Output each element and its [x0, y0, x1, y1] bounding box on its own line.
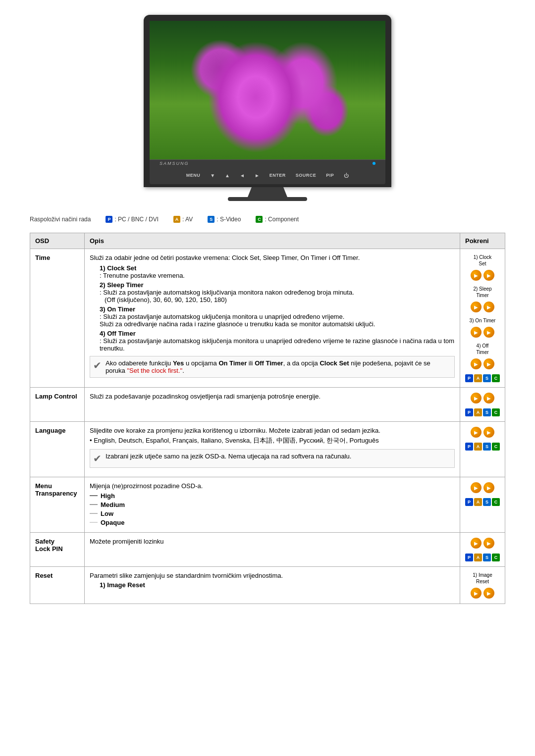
pasc-transp-c: C	[492, 498, 500, 506]
mode-s-label: : S-Video	[216, 216, 241, 223]
pasc-lamp-c: C	[492, 408, 500, 416]
btn-safety-2[interactable]: ▶	[483, 538, 494, 549]
btn-reset-2[interactable]: ▶	[483, 588, 494, 599]
transp-high: — High	[90, 492, 455, 500]
transp-btns: ▶ ▶	[471, 482, 494, 493]
btn-transp-1[interactable]: ▶	[471, 482, 482, 493]
pokreni-safety-cell: ▶ ▶ P A S C	[465, 538, 500, 561]
opis-lamp: Služi za podešavanje pozadinskog osvjetl…	[85, 388, 460, 422]
badge-s: S	[208, 216, 214, 223]
osd-language: Language	[30, 422, 85, 477]
osd-safety: SafetyLock PIN	[30, 533, 85, 567]
btn-power[interactable]: ⏻	[344, 173, 349, 178]
row-reset: Reset Parametri slike zamjenjuju se stan…	[30, 567, 505, 604]
btn-orange-1[interactable]: ▶	[471, 270, 482, 281]
time-section4-title: 4) Off Timer	[100, 330, 455, 337]
transp-medium: — Medium	[90, 501, 455, 508]
btn-orange-7[interactable]: ▶	[471, 358, 482, 369]
pasc-c: C	[492, 374, 500, 382]
lang-note-box: ✔ Izabrani jezik utječe samo na jezik OS…	[90, 449, 455, 468]
pokreni-language: ▶ ▶ P A S C	[460, 422, 505, 477]
flower-overlay	[150, 21, 385, 159]
btn-orange-3[interactable]: ▶	[471, 302, 482, 312]
pokreni-transparency: ▶ ▶ P A S C	[460, 477, 505, 533]
note-icon: ✔	[93, 359, 102, 371]
opis-safety: Možete promijeniti lozinku	[85, 533, 460, 567]
btn-down[interactable]: ▼	[210, 173, 215, 178]
time-section1-title: 1) Clock Set	[100, 264, 455, 272]
time-note-box: ✔ Ako odaberete funkciju Yes u opcijama …	[90, 356, 455, 378]
time-section2-sub: (Off (isključeno), 30, 60, 90, 120, 150,…	[105, 296, 455, 303]
monitor-image-container: SAMSUNG MENU ▼ ▲ ◄ ► ENTER SOURCE PIP ⏻	[30, 15, 505, 201]
btn-reset-1[interactable]: ▶	[471, 588, 482, 599]
time-section3-body2: Služi za određivanje načina rada i razin…	[100, 320, 455, 328]
btn-source[interactable]: SOURCE	[296, 173, 317, 178]
pasc-transp-s: S	[483, 498, 491, 506]
transp-low: — Low	[90, 509, 455, 517]
transp-intro: Mijenja (ne)prozirnost pozadine OSD-a.	[90, 482, 455, 490]
mode-p-label: : PC / BNC / DVI	[114, 216, 159, 223]
dash-low-icon: —	[90, 509, 98, 517]
btn-up[interactable]: ▲	[225, 173, 230, 178]
btn-menu[interactable]: MENU	[186, 173, 201, 178]
lang-note-text: Izabrani jezik utječe samo na jezik OSD-…	[106, 453, 351, 460]
pokreni-time-1-label: 1) ClockSet	[474, 254, 492, 267]
btn-lang-2[interactable]: ▶	[483, 427, 494, 438]
btn-transp-2[interactable]: ▶	[483, 482, 494, 493]
pasc-lamp-p: P	[465, 408, 473, 416]
btn-safety-1[interactable]: ▶	[471, 538, 482, 549]
pasc-a: A	[474, 374, 482, 382]
btn-orange-4[interactable]: ▶	[483, 302, 494, 312]
osd-transparency: MenuTransparency	[30, 477, 85, 533]
pasc-transparency: P A S C	[465, 498, 500, 506]
time-section3-body1: : Služi za postavljanje automatskog uklj…	[100, 313, 455, 320]
pasc-lang-s: S	[483, 443, 491, 451]
btn-pip[interactable]: PIP	[326, 173, 334, 178]
pokreni-time-4-label: 4) OffTimer	[476, 343, 488, 355]
pasc-lamp: P A S C	[465, 408, 500, 416]
pokreni-safety: ▶ ▶ P A S C	[460, 533, 505, 567]
time-note-text: Ako odaberete funkciju Yes u opcijama On…	[106, 359, 451, 374]
row-safety-lock: SafetyLock PIN Možete promijeniti lozink…	[30, 533, 505, 567]
btn-lamp-2[interactable]: ▶	[483, 393, 494, 403]
reset-btns: ▶ ▶	[471, 588, 494, 599]
osd-lamp: Lamp Control	[30, 388, 85, 422]
pasc-safety-p: P	[465, 554, 473, 561]
transp-opaque-label: Opaque	[101, 519, 124, 526]
header-osd: OSD	[30, 233, 85, 249]
pasc-s: S	[483, 374, 491, 382]
btn-enter[interactable]: ENTER	[269, 173, 286, 178]
pokreni-time-1-btns: ▶ ▶	[471, 270, 494, 281]
transp-medium-label: Medium	[101, 501, 125, 508]
btn-orange-6[interactable]: ▶	[483, 327, 494, 338]
badge-p: P	[106, 216, 112, 223]
opis-reset: Parametri slike zamjenjuju se standardni…	[85, 567, 460, 604]
row-time: Time Služi za odabir jedne od četiri pos…	[30, 249, 505, 388]
lang-list: • English, Deutsch, Español, Français, I…	[90, 436, 455, 445]
btn-lang-1[interactable]: ▶	[471, 427, 482, 438]
pasc-lang-a: A	[474, 443, 482, 451]
mode-c: C : Component	[256, 216, 299, 223]
btn-orange-8[interactable]: ▶	[483, 358, 494, 369]
btn-left[interactable]: ◄	[240, 173, 245, 178]
btn-orange-5[interactable]: ▶	[471, 327, 482, 338]
pokreni-time-3-label: 3) On Timer	[470, 317, 496, 324]
btn-lamp-1[interactable]: ▶	[471, 393, 482, 403]
osd-reset: Reset	[30, 567, 85, 604]
btn-orange-2[interactable]: ▶	[483, 270, 494, 281]
lamp-btns: ▶ ▶	[471, 393, 494, 403]
monitor-buttons-bar: MENU ▼ ▲ ◄ ► ENTER SOURCE PIP ⏻	[150, 166, 385, 184]
badge-c: C	[256, 216, 263, 223]
time-section1-body: : Trenutne postavke vremena.	[100, 272, 455, 279]
pasc-lamp-a: A	[474, 408, 482, 416]
pasc-language: P A S C	[465, 443, 500, 451]
mode-p: P : PC / BNC / DVI	[106, 216, 159, 223]
dash-medium-icon: —	[90, 501, 98, 508]
pokreni-time-cell: 1) ClockSet ▶ ▶ 2) SleepTimer ▶ ▶ 3) On …	[465, 254, 500, 382]
pasc-safety-s: S	[483, 554, 491, 561]
lang-btns: ▶ ▶	[471, 427, 494, 438]
btn-right[interactable]: ►	[255, 173, 260, 178]
monitor-stand	[248, 187, 287, 197]
reset-intro: Parametri slike zamjenjuju se standardni…	[90, 572, 455, 579]
time-section4-body: : Služi za postavljanje automatskog iskl…	[100, 337, 455, 352]
